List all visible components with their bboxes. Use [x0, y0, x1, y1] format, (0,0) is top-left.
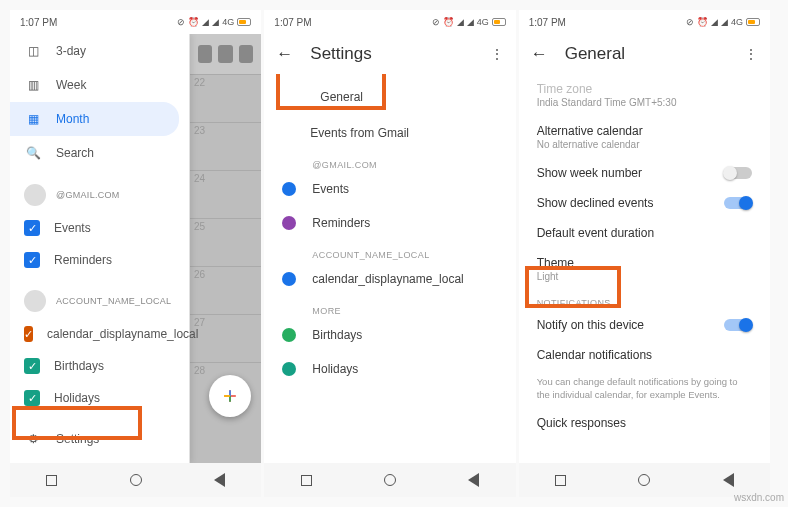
section-header-local: ACCOUNT_NAME_LOCAL: [264, 240, 515, 262]
drawer-view-month[interactable]: ▦ Month: [10, 102, 179, 136]
calendar-label: calendar_displayname_local: [47, 327, 198, 341]
signal-icon: ◢: [457, 17, 464, 27]
settings-label: Settings: [56, 432, 99, 446]
back-icon[interactable]: ←: [531, 45, 549, 63]
nav-home-icon[interactable]: [638, 474, 650, 486]
drawer-help-feedback[interactable]: ? Help & feedback: [10, 456, 189, 463]
overflow-icon[interactable]: [239, 45, 253, 63]
app-bar: ← General ⋮: [519, 34, 770, 74]
nav-home-icon[interactable]: [130, 474, 142, 486]
nav-home-icon[interactable]: [384, 474, 396, 486]
calendar-toggle-birthdays[interactable]: ✓ Birthdays: [10, 350, 189, 382]
signal-icon-2: ◢: [212, 17, 219, 27]
watermark: wsxdn.com: [734, 492, 784, 503]
settings-cal-birthdays[interactable]: Birthdays: [264, 318, 515, 352]
nav-back-icon[interactable]: [468, 473, 479, 487]
cal-label: Birthdays: [312, 328, 362, 342]
calendar-label: Holidays: [54, 391, 100, 405]
cal-label: Holidays: [312, 362, 358, 376]
checkbox-icon: ✓: [24, 252, 40, 268]
nav-back-icon[interactable]: [214, 473, 225, 487]
drawer-view-3day[interactable]: ◫ 3-day: [10, 34, 189, 68]
toggle-switch[interactable]: [724, 319, 752, 331]
nav-recent-icon[interactable]: [301, 475, 312, 486]
overflow-icon[interactable]: ⋮: [490, 46, 504, 62]
notifications-note: You can change default notifications by …: [519, 370, 770, 408]
show-declined-label: Show declined events: [537, 196, 654, 210]
calendar-toolbar: [190, 34, 261, 74]
calendar-label: Birthdays: [54, 359, 104, 373]
local-account-row[interactable]: ACCOUNT_NAME_LOCAL: [10, 284, 189, 318]
signal-icon: ◢: [711, 17, 718, 27]
settings-cal-events[interactable]: Events: [264, 172, 515, 206]
calendar-toggle-holidays[interactable]: ✓ Holidays: [10, 382, 189, 414]
nav-recent-icon[interactable]: [555, 475, 566, 486]
today-icon[interactable]: [218, 45, 232, 63]
search-icon[interactable]: [198, 45, 212, 63]
toggle-switch[interactable]: [724, 197, 752, 209]
account-row[interactable]: @GMAIL.COM: [10, 178, 189, 212]
color-dot-icon: [282, 216, 296, 230]
default-duration-label: Default event duration: [537, 226, 654, 240]
calendar-day: 27: [190, 314, 261, 362]
color-dot-icon: [282, 328, 296, 342]
phone1-content: 22 23 24 25 26 27 28 ◫ 3-day ▥ Week ▦ Mo…: [10, 34, 261, 463]
setting-calendar-notifications[interactable]: Calendar notifications: [519, 340, 770, 370]
calendar-day: 22: [190, 74, 261, 122]
signal-icon-2: ◢: [467, 17, 474, 27]
nav-back-icon[interactable]: [723, 473, 734, 487]
setting-theme[interactable]: Theme Light: [519, 248, 770, 290]
app-bar: ← Settings ⋮: [264, 34, 515, 74]
setting-alternative-calendar[interactable]: Alternative calendar No alternative cale…: [519, 116, 770, 158]
section-header-notifications: NOTIFICATIONS: [519, 290, 770, 310]
calendar-label: Events: [54, 221, 91, 235]
signal-icon: ◢: [202, 17, 209, 27]
settings-cal-reminders[interactable]: Reminders: [264, 206, 515, 240]
page-title: Settings: [310, 44, 473, 64]
fab-add-event[interactable]: [209, 375, 251, 417]
cal-notifications-label: Calendar notifications: [537, 348, 652, 362]
phone-3-general: 1:07 PM ⊘ ⏰ ◢ ◢ 4G ← General ⋮ Time zone…: [519, 10, 770, 497]
overflow-icon[interactable]: ⋮: [744, 46, 758, 62]
back-icon[interactable]: ←: [276, 45, 294, 63]
calendar-day: 25: [190, 218, 261, 266]
nav-recent-icon[interactable]: [46, 475, 57, 486]
calendar-day: 24: [190, 170, 261, 218]
setting-timezone[interactable]: Time zone India Standard Time GMT+5:30: [519, 74, 770, 116]
checkbox-icon: ✓: [24, 220, 40, 236]
setting-show-declined[interactable]: Show declined events: [519, 188, 770, 218]
status-time: 1:07 PM: [20, 17, 57, 28]
settings-general[interactable]: General: [274, 80, 505, 114]
setting-default-duration[interactable]: Default event duration: [519, 218, 770, 248]
setting-notify-device[interactable]: Notify on this device: [519, 310, 770, 340]
calendar-behind: 22 23 24 25 26 27 28: [190, 34, 261, 463]
drawer-search[interactable]: 🔍 Search: [10, 136, 189, 170]
drawer-settings[interactable]: ⚙ Settings: [10, 422, 189, 456]
dnd-icon: ⊘: [432, 17, 440, 27]
status-icons: ⊘ ⏰ ◢ ◢ 4G: [432, 17, 506, 27]
calendar-toggle-reminders[interactable]: ✓ Reminders: [10, 244, 189, 276]
search-icon: 🔍: [24, 144, 42, 162]
network-label: 4G: [477, 17, 489, 27]
3day-icon: ◫: [24, 42, 42, 60]
checkbox-icon: ✓: [24, 390, 40, 406]
page-title: General: [565, 44, 728, 64]
settings-events-gmail[interactable]: Events from Gmail: [264, 116, 515, 150]
setting-show-week-number[interactable]: Show week number: [519, 158, 770, 188]
android-nav-bar: [10, 463, 261, 497]
drawer-view-week[interactable]: ▥ Week: [10, 68, 189, 102]
toggle-switch[interactable]: [724, 167, 752, 179]
calendar-toggle-local[interactable]: ✓ calendar_displayname_local: [10, 318, 189, 350]
phone-2-settings: 1:07 PM ⊘ ⏰ ◢ ◢ 4G ← Settings ⋮ General …: [264, 10, 515, 497]
local-account-label: ACCOUNT_NAME_LOCAL: [56, 296, 171, 306]
theme-value: Light: [537, 271, 574, 282]
account-email: @GMAIL.COM: [56, 190, 120, 200]
calendar-toggle-events[interactable]: ✓ Events: [10, 212, 189, 244]
navigation-drawer: ◫ 3-day ▥ Week ▦ Month 🔍 Search @GMAIL.C…: [10, 34, 190, 463]
calendar-day: 23: [190, 122, 261, 170]
settings-cal-local[interactable]: calendar_displayname_local: [264, 262, 515, 296]
setting-quick-responses[interactable]: Quick responses: [519, 408, 770, 438]
status-bar: 1:07 PM ⊘ ⏰ ◢ ◢ 4G: [264, 10, 515, 34]
settings-cal-holidays[interactable]: Holidays: [264, 352, 515, 386]
checkbox-icon: ✓: [24, 326, 33, 342]
